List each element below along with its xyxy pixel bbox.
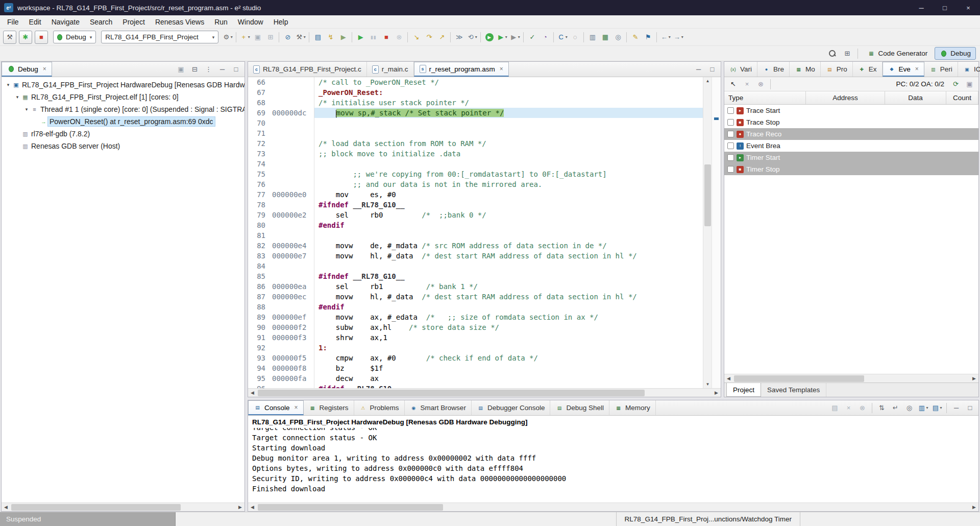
scroll-right-icon[interactable]: ▶ — [712, 389, 721, 397]
code-line[interactable]: 73;; block move to initialize .data — [248, 149, 703, 159]
debug-tree-item[interactable]: ▾≡Thread #1 1 (single core) [core: 0] (S… — [2, 103, 244, 115]
external-tools-icon[interactable]: ▶▾ — [508, 31, 521, 43]
tab-vari[interactable]: (x)Vari — [724, 62, 757, 77]
overview-ruler[interactable] — [712, 77, 721, 388]
new-console-icon[interactable]: ▤ — [311, 31, 324, 43]
minimize-icon[interactable]: ─ — [692, 63, 705, 76]
expander-icon[interactable]: ▾ — [23, 107, 30, 112]
tab-eve[interactable]: ◆Eve× — [883, 62, 924, 77]
event-checkbox[interactable] — [727, 142, 734, 149]
close-icon[interactable]: × — [43, 65, 46, 73]
resume-icon[interactable]: ▶ — [354, 31, 367, 43]
code-line[interactable]: 66/* call to _PowerON_Reset */ — [248, 77, 703, 87]
code-line[interactable]: 67_PowerON_Reset: — [248, 87, 703, 98]
annotation-icon[interactable]: ✎ — [629, 31, 642, 43]
menu-help[interactable]: Help — [268, 16, 293, 28]
launch-settings-icon[interactable]: ⚙▾ — [221, 31, 234, 43]
tab-bre[interactable]: ●Bre — [757, 62, 790, 77]
event-checkbox[interactable] — [727, 166, 734, 173]
event-settings-icon[interactable]: ▣ — [963, 78, 976, 90]
trace-icon[interactable]: ▥ — [586, 31, 599, 43]
tab-smart-browser[interactable]: ◉Smart Browser — [405, 400, 472, 415]
tab-pro[interactable]: ▤Pro — [821, 62, 853, 77]
code-line[interactable]: 72/* load data section from ROM to RAM *… — [248, 138, 703, 149]
tab-mo[interactable]: ▦Mo — [790, 62, 821, 77]
debug-tree-item[interactable]: ▥rl78-elf-gdb (7.8.2) — [2, 128, 244, 140]
save-icon[interactable]: ▣ — [251, 31, 264, 43]
collapse-all-icon[interactable]: ⊟ — [188, 63, 201, 76]
instruction-stepping-icon[interactable]: ≫ — [453, 31, 465, 43]
menu-renesas-views[interactable]: Renesas Views — [150, 16, 209, 28]
close-icon[interactable]: × — [500, 65, 503, 73]
code-line[interactable]: 88#endif — [248, 302, 703, 312]
column-header-type[interactable]: Type — [724, 91, 806, 104]
launch-debug-icon[interactable]: ✱ — [19, 31, 32, 44]
view-menu-icon[interactable]: ⋮ — [202, 63, 215, 76]
scroll-right-icon[interactable]: ▶ — [970, 503, 978, 512]
close-icon[interactable]: × — [295, 404, 298, 411]
event-checkbox[interactable] — [727, 119, 734, 126]
expander-icon[interactable]: ▾ — [14, 94, 21, 100]
code-line[interactable]: 76 ;; and our data is not in the mirrore… — [248, 179, 703, 189]
tab-debug[interactable]: Debug × — [2, 62, 52, 77]
scroll-right-icon[interactable]: ▶ — [970, 374, 978, 383]
scroll-left-icon[interactable]: ◀ — [724, 374, 733, 383]
events-hscrollbar[interactable]: ◀ ▶ — [724, 374, 978, 382]
scroll-down-icon[interactable]: ▼ — [703, 380, 712, 388]
launch-group-icon[interactable]: ▶ — [337, 31, 350, 43]
back-icon[interactable]: ←▾ — [659, 31, 672, 43]
run-history-icon[interactable]: ▶▾ — [496, 31, 508, 43]
skip-breakpoints-icon[interactable]: ⊘ — [281, 31, 294, 43]
tab-console[interactable]: ▤Console× — [248, 400, 304, 415]
tab-r-reset-program-asm[interactable]: sr_reset_program.asm× — [414, 62, 509, 77]
code-lines[interactable]: 66/* call to _PowerON_Reset */67_PowerON… — [248, 77, 703, 388]
code-line[interactable]: 77000000e0 mov es, #0 — [248, 189, 703, 200]
pin-console-icon[interactable]: ◎ — [903, 401, 916, 414]
tab-ex[interactable]: ✚Ex — [853, 62, 883, 77]
maximize-window-button[interactable]: □ — [933, 0, 957, 15]
tab-debug-shell[interactable]: ▤Debug Shell — [550, 400, 609, 415]
code-line[interactable]: 80#endif — [248, 220, 703, 230]
console-output[interactable]: Target connection status - OKTarget conn… — [248, 428, 978, 503]
new-cpp-icon[interactable]: C▾ — [556, 31, 569, 43]
scroll-left-icon[interactable]: ◀ — [248, 503, 257, 512]
minimize-icon[interactable]: ─ — [950, 401, 963, 414]
code-line[interactable]: 90000000f2 subw ax,hl /* store data size… — [248, 322, 703, 332]
memory-view-icon[interactable]: ▦ — [599, 31, 611, 43]
code-line[interactable]: 89000000ef movw ax, #_edata /* ;; size o… — [248, 312, 703, 322]
menu-file[interactable]: File — [2, 16, 24, 28]
debug-tree-item[interactable]: →PowerON_Reset() at r_reset_program.asm:… — [2, 115, 244, 128]
connect-icon[interactable]: ▣ — [175, 63, 187, 76]
menu-project[interactable]: Project — [117, 16, 150, 28]
debug-configuration-combo[interactable]: Debug ▾ — [53, 31, 96, 43]
forward-icon[interactable]: →▾ — [672, 31, 684, 43]
code-line[interactable]: 95000000fa decw ax — [248, 373, 703, 384]
minimize-window-button[interactable]: ─ — [910, 0, 933, 15]
new-wizard-icon[interactable]: +▾ — [238, 31, 251, 43]
code-line[interactable]: 74 — [248, 159, 703, 169]
event-row[interactable]: ▸Timer Start — [724, 152, 978, 163]
open-console-icon[interactable]: ▤▾ — [930, 401, 943, 414]
bottom-tab-saved-templates[interactable]: Saved Templates — [761, 383, 826, 397]
tab-memory[interactable]: ▦Memory — [609, 400, 656, 415]
tools-icon[interactable]: ⚒ — [3, 31, 16, 44]
column-header-data[interactable]: Data — [885, 91, 946, 104]
tab-io[interactable]: ▣IO — [958, 62, 980, 77]
event-row[interactable]: ●Trace Reco — [724, 128, 978, 140]
code-line[interactable]: 81 — [248, 230, 703, 241]
terminate-icon[interactable]: ■ — [380, 31, 393, 43]
reset-icon[interactable]: ⟲▾ — [465, 31, 478, 43]
tab-problems[interactable]: ⚠Problems — [354, 400, 405, 415]
disconnect-icon[interactable]: ⊗ — [393, 31, 405, 43]
code-line[interactable]: 68/* initialise user stack pointer */ — [248, 98, 703, 108]
flash-program-icon[interactable]: ↯ — [324, 31, 337, 43]
maximize-icon[interactable]: □ — [706, 63, 719, 76]
open-element-icon[interactable]: ◌ — [569, 31, 581, 43]
open-perspective-icon[interactable]: ⊞ — [841, 47, 853, 60]
close-window-button[interactable]: × — [957, 0, 980, 15]
suspend-icon[interactable]: ▮▮ — [367, 31, 380, 43]
close-icon[interactable]: × — [915, 65, 919, 73]
expander-icon[interactable]: ▾ — [5, 82, 12, 87]
code-line[interactable]: 96#ifdef __RL78_G10__ — [248, 384, 703, 388]
menu-window[interactable]: Window — [233, 16, 268, 28]
